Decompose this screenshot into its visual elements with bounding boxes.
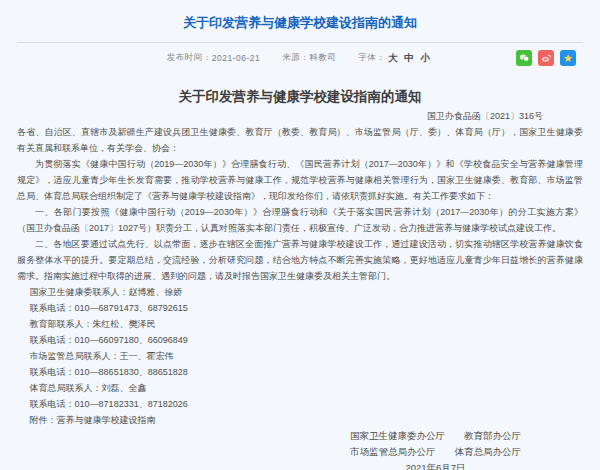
attachment-line: 附件：营养与健康学校建设指南 — [17, 412, 583, 428]
favorite-star-icon[interactable]: ★ — [560, 50, 576, 66]
source-value: 科教司 — [309, 52, 336, 64]
weibo-glyph — [541, 53, 552, 64]
star-glyph: ★ — [563, 53, 573, 64]
signature-line-1: 国家卫生健康委办公厅 教育部办公厅 — [350, 428, 521, 444]
source-label: 来源： — [282, 52, 309, 64]
notice-page: 关于印发营养与健康学校建设指南的通知 发布时间： 2021-06-21 来源： … — [0, 0, 600, 470]
salutation: 各省、自治区、直辖市及新疆生产建设兵团卫生健康委、教育厅（教委、教育局）、市场监… — [17, 124, 583, 156]
document-body: 关于印发营养与健康学校建设指南的通知 国卫办食品函〔2021〕316号 各省、自… — [0, 88, 600, 470]
font-size-medium-button[interactable]: 中 — [404, 52, 414, 65]
font-size-large-button[interactable]: 大 — [388, 52, 398, 65]
contact-sport-phone: 联系电话：010—87182331、87182026 — [17, 396, 583, 412]
paragraph-item-1: 一、各部门要按照《健康中国行动（2019—2030年）》合理膳食行动和《关于落实… — [17, 204, 583, 236]
meta-bar: 发布时间： 2021-06-21 来源： 科教司 字体： 大 中 小 ★ — [0, 43, 600, 73]
contact-sport-person: 体育总局联系人：刘磊、全鑫 — [17, 380, 583, 396]
signature-date: 2021年6月7日 — [350, 460, 521, 470]
contact-samr-phone: 联系电话：010—88651830、88651828 — [17, 364, 583, 380]
paragraph-item-2: 二、各地区要通过试点先行、以点带面，逐步在辖区全面推广营养与健康学校建设工作，通… — [17, 236, 583, 284]
font-size-label: 字体： — [358, 52, 385, 64]
publish-time-value: 2021-06-21 — [212, 53, 260, 63]
wechat-share-icon[interactable] — [516, 50, 532, 66]
contact-moe-phone: 联系电话：010—66097180、66096849 — [17, 332, 583, 348]
page-title: 关于印发营养与健康学校建设指南的通知 — [0, 0, 600, 33]
contact-moe-person: 教育部联系人：朱红松、樊泽民 — [17, 316, 583, 332]
weibo-share-icon[interactable] — [538, 50, 554, 66]
share-bar: ★ — [516, 50, 576, 66]
signature-line-2: 市场监管总局办公厅 体育总局办公厅 — [350, 444, 521, 460]
contact-samr-person: 市场监管总局联系人：王一、霍宏伟 — [17, 348, 583, 364]
publish-time-label: 发布时间： — [167, 52, 212, 64]
signature-block: 国家卫生健康委办公厅 教育部办公厅 市场监管总局办公厅 体育总局办公厅 2021… — [350, 428, 521, 470]
contact-nhc-person: 国家卫生健康委联系人：赵博雅、徐娇 — [17, 284, 583, 300]
font-size-small-button[interactable]: 小 — [420, 52, 430, 65]
paragraph-intro: 为贯彻落实《健康中国行动（2019—2030年）》合理膳食行动、《国民营养计划（… — [17, 156, 583, 204]
meta-info: 发布时间： 2021-06-21 来源： 科教司 字体： 大 中 小 — [167, 52, 433, 65]
document-title: 关于印发营养与健康学校建设指南的通知 — [17, 88, 583, 105]
wechat-bubbles-glyph — [519, 53, 530, 64]
document-number: 国卫办食品函〔2021〕316号 — [17, 108, 583, 124]
contact-nhc-phone: 联系电话：010—68791473、68792615 — [17, 300, 583, 316]
